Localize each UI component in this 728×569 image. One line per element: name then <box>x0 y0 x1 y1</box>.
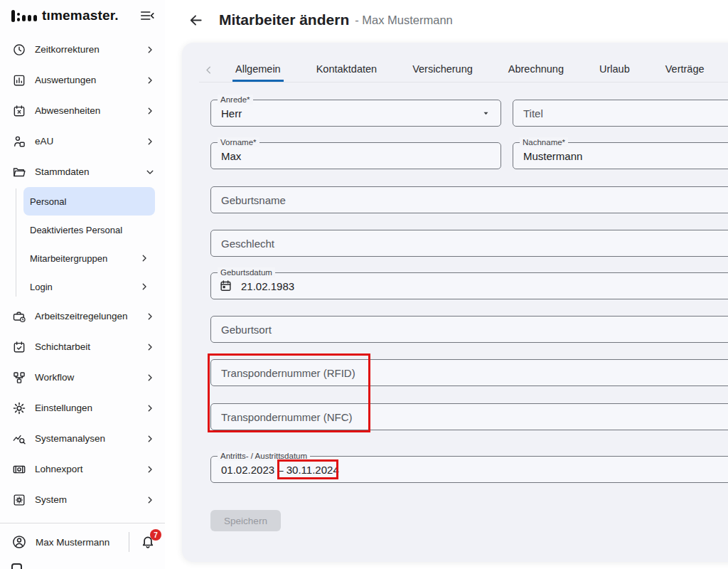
geburtsdatum-field[interactable]: Geburtsdatum 21.02.1983 <box>210 272 728 299</box>
sidebar-item-personal[interactable]: Personal <box>23 187 155 216</box>
anrede-select[interactable]: Anrede* Herr <box>210 100 501 127</box>
sidebar-item-label: eAU <box>35 136 145 147</box>
gear-icon <box>11 400 26 415</box>
person-document-icon <box>11 134 26 149</box>
antrittsdatum-value: 01.02.2023 <box>221 464 274 476</box>
tab-urlaub[interactable]: Urlaub <box>596 58 633 82</box>
save-button[interactable]: Speichern <box>210 510 281 531</box>
sidebar-item-label: Systemanalysen <box>35 433 145 444</box>
chevron-right-icon <box>145 75 155 85</box>
calendar-icon[interactable] <box>219 280 232 293</box>
tab-kontaktdaten[interactable]: Kontaktdaten <box>314 58 380 82</box>
geschlecht-label: Geschlecht <box>221 238 274 250</box>
chevron-right-icon <box>139 282 149 292</box>
chevron-right-icon <box>145 495 155 505</box>
nachname-value: Mustermann <box>523 150 582 162</box>
chevron-right-icon <box>145 403 155 413</box>
sidebar-item-einstellungen[interactable]: Einstellungen <box>0 393 165 423</box>
briefcase-clock-icon <box>11 309 26 324</box>
geschlecht-field[interactable]: Geschlecht <box>210 230 728 257</box>
sidebar-item-schichtarbeit[interactable]: Schichtarbeit <box>0 331 165 362</box>
sidebar-item-label: Lohnexport <box>35 464 145 474</box>
user-divider <box>129 532 129 552</box>
tab-scroll-left-icon[interactable] <box>199 58 218 82</box>
sidebar-item-label: Personal <box>30 196 149 207</box>
folder-open-icon <box>11 164 26 179</box>
rfid-label: Transpondernummer (RFID) <box>221 367 355 379</box>
brand-row: tımemaster. <box>0 0 165 31</box>
chevron-right-icon <box>145 137 155 147</box>
calendar-x-icon <box>11 103 26 118</box>
sidebar-item-label: Mitarbeitergruppen <box>30 253 139 264</box>
date-separator: – <box>277 464 283 476</box>
brand-name: tımemaster. <box>42 8 139 23</box>
sidebar-item-label: Deaktiviertes Personal <box>30 225 149 235</box>
sidebar-item-zeitkorrekturen[interactable]: Zeitkorrekturen <box>0 34 165 65</box>
nfc-label: Transpondernummer (NFC) <box>221 411 353 423</box>
geburtsort-label: Geburtsort <box>221 324 272 336</box>
chevron-right-icon <box>145 312 155 321</box>
notifications-bell-icon[interactable]: 7 <box>139 533 156 551</box>
sidebar-item-eau[interactable]: eAU <box>0 126 165 156</box>
sidebar-item-stammdaten[interactable]: Stammdaten <box>0 156 165 187</box>
transpondernummer-nfc-field[interactable]: Transpondernummer (NFC) <box>210 403 728 430</box>
sidebar-item-deaktiviertes-personal[interactable]: Deaktiviertes Personal <box>23 216 155 244</box>
banknote-icon <box>11 462 26 477</box>
user-name: Max Mustermann <box>36 537 129 548</box>
clipped-bottom-icon <box>11 563 22 569</box>
anrede-label: Anrede* <box>218 95 253 105</box>
chevron-right-icon <box>139 253 149 263</box>
sidebar-item-label: Login <box>30 282 139 292</box>
chevron-down-icon <box>145 167 155 177</box>
chevron-right-icon <box>145 373 155 383</box>
geburtsdatum-label: Geburtsdatum <box>218 267 275 277</box>
collapse-menu-icon[interactable] <box>139 8 155 23</box>
geburtsname-field[interactable]: Geburtsname <box>210 186 728 213</box>
bar-chart-icon <box>11 73 26 87</box>
nachname-field[interactable]: Nachname* Mustermann <box>513 142 728 169</box>
sidebar-item-workflow[interactable]: Workflow <box>0 362 165 393</box>
tab-allgemein[interactable]: Allgemein <box>232 58 284 82</box>
workflow-icon <box>11 370 26 385</box>
tab-versicherung[interactable]: Versicherung <box>410 58 476 82</box>
sidebar-item-mitarbeitergruppen[interactable]: Mitarbeitergruppen <box>23 244 155 272</box>
chevron-right-icon <box>145 464 155 474</box>
sidebar-item-login[interactable]: Login <box>23 272 155 301</box>
vorname-value: Max <box>221 150 241 162</box>
sidebar-item-lohnexport[interactable]: Lohnexport <box>0 454 165 484</box>
geburtsort-field[interactable]: Geburtsort <box>210 316 728 343</box>
sidebar: tımemaster. Zeitkorrekturen Auswertungen… <box>0 0 165 569</box>
tab-abrechnung[interactable]: Abrechnung <box>505 58 567 82</box>
sidebar-item-label: Arbeitszeitregelungen <box>35 311 145 321</box>
titel-label: Titel <box>523 107 543 119</box>
sidebar-item-systemanalysen[interactable]: Systemanalysen <box>0 423 165 454</box>
timemaster-logo-icon <box>11 10 37 22</box>
titel-field[interactable]: Titel <box>513 100 728 127</box>
transpondernummer-rfid-field[interactable]: Transpondernummer (RFID) <box>210 359 728 386</box>
notification-badge: 7 <box>150 529 161 541</box>
sidebar-item-arbeitszeitregelungen[interactable]: Arbeitszeitregelungen <box>0 301 165 331</box>
sidebar-item-label: Einstellungen <box>35 403 145 413</box>
chevron-right-icon <box>145 106 155 116</box>
vorname-field[interactable]: Vorname* Max <box>210 142 501 169</box>
sidebar-item-auswertungen[interactable]: Auswertungen <box>0 65 165 95</box>
back-arrow-icon[interactable] <box>186 11 205 29</box>
zeitraum-label: Antritts- / Austrittsdatum <box>218 451 310 461</box>
sidebar-item-label: Workflow <box>35 372 145 383</box>
vorname-label: Vorname* <box>218 137 259 147</box>
sidebar-item-abwesenheiten[interactable]: Abwesenheiten <box>0 95 165 126</box>
tab-vertraege[interactable]: Verträge <box>663 58 707 82</box>
tab-bar: Allgemein Kontaktdaten Versicherung Abre… <box>199 58 728 83</box>
user-row[interactable]: Max Mustermann 7 <box>0 523 165 560</box>
austrittsdatum-value: 30.11.2024 <box>287 464 339 476</box>
sidebar-item-label: Schichtarbeit <box>35 341 145 352</box>
nachname-label: Nachname* <box>520 137 568 147</box>
dropdown-caret-icon[interactable] <box>481 109 491 118</box>
chart-magnifier-icon <box>11 431 26 446</box>
sidebar-item-system[interactable]: System <box>0 484 165 515</box>
geburtsname-label: Geburtsname <box>221 194 286 206</box>
antritts-austrittsdatum-field[interactable]: Antritts- / Austrittsdatum 01.02.2023 – … <box>210 456 728 483</box>
main-content: Mitarbeiter ändern - Max Mustermann Allg… <box>165 0 728 569</box>
zeitraum-value: 01.02.2023 – 30.11.2024 <box>221 464 339 476</box>
page-header: Mitarbeiter ändern - Max Mustermann <box>165 0 728 40</box>
